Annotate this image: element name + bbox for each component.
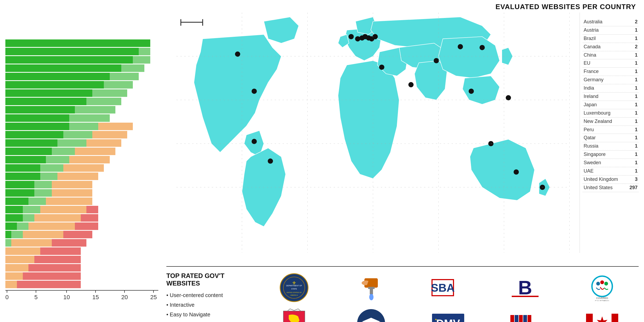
bar-segment xyxy=(5,98,86,105)
bar-row xyxy=(5,264,158,272)
country-count: 1 xyxy=(635,134,638,142)
bar-segment xyxy=(23,231,63,238)
svg-point-57 xyxy=(604,282,608,286)
bar-segment xyxy=(11,231,23,238)
bar-segment xyxy=(46,156,69,163)
tick-line xyxy=(95,291,96,293)
bar-row xyxy=(5,48,158,55)
svg-rect-81 xyxy=(519,315,523,322)
svg-point-6 xyxy=(355,36,360,42)
bar-row xyxy=(5,123,158,130)
bottom-section: TOP RATED GOV'T WEBSITES User-centered c… xyxy=(166,267,639,322)
tick-label: 25 xyxy=(150,294,157,301)
tick-label: 5 xyxy=(34,294,38,301)
bar-segment xyxy=(5,148,52,155)
country-count: 1 xyxy=(635,101,638,109)
country-item: Russia1 xyxy=(583,142,639,151)
bar-row xyxy=(5,214,158,222)
country-name: Sweden xyxy=(584,159,601,167)
country-name: Austria xyxy=(584,27,599,34)
svg-point-20 xyxy=(514,169,519,175)
tick-line xyxy=(124,291,125,293)
bar-segment xyxy=(5,206,23,213)
country-count: 1 xyxy=(635,109,638,117)
svg-text:B: B xyxy=(518,277,532,298)
bar-segment xyxy=(5,281,17,288)
country-item: Australia2 xyxy=(583,18,639,26)
country-item: India1 xyxy=(583,84,639,93)
svg-point-12 xyxy=(379,65,385,70)
country-item: UAE1 xyxy=(583,167,639,175)
tick-line xyxy=(66,291,67,293)
x-axis: 0510152025 xyxy=(5,290,158,301)
bar-row xyxy=(5,206,158,213)
svg-point-1 xyxy=(235,52,240,57)
country-item: Ireland1 xyxy=(583,93,639,101)
bar-segment xyxy=(28,264,80,272)
svg-text:CALIFORNIA: CALIFORNIA xyxy=(595,300,609,301)
svg-point-35 xyxy=(280,274,308,302)
country-item: France1 xyxy=(583,68,639,76)
bar-segment xyxy=(46,197,92,205)
bar-row xyxy=(5,164,158,172)
logo-business-usa: B xyxy=(508,273,543,302)
tick-label: 0 xyxy=(5,294,9,301)
bar-segment xyxy=(5,181,34,188)
country-name: EU xyxy=(584,60,590,67)
svg-text:DMV: DMV xyxy=(436,317,460,322)
bar-segment xyxy=(5,239,11,247)
svg-point-56 xyxy=(600,280,604,284)
bar-segment xyxy=(75,148,115,155)
bar-segment xyxy=(40,206,87,213)
svg-point-45 xyxy=(369,294,374,300)
top-rated-item: Attractiveness xyxy=(166,319,252,322)
bar-segment xyxy=(57,139,86,147)
country-count: 1 xyxy=(635,60,638,67)
bar-row xyxy=(5,156,158,163)
bar-segment xyxy=(63,131,92,138)
bar-segment xyxy=(23,272,81,280)
bar-segment xyxy=(40,173,58,180)
country-name: Singapore xyxy=(584,151,606,158)
svg-point-3 xyxy=(252,139,257,144)
bar-row xyxy=(5,222,158,230)
bar-segment xyxy=(5,189,34,197)
country-item: Luxembourg1 xyxy=(583,109,639,118)
country-name: Australia xyxy=(584,18,602,26)
right-panel: EVALUATED WEBSITES PER COUNTRY xyxy=(161,0,644,322)
country-item: Japan1 xyxy=(583,101,639,109)
logo-sba: SBA xyxy=(431,273,466,302)
svg-point-4 xyxy=(268,159,273,164)
svg-rect-46 xyxy=(368,287,375,289)
country-item: Brazil1 xyxy=(583,35,639,43)
logo-usa-gov: USA .GOV xyxy=(508,308,543,322)
bar-row xyxy=(5,239,158,247)
logos-panel: DEPARTMENT OF STATE UNITED STATES OF AME… xyxy=(258,272,639,322)
bar-segment xyxy=(5,222,17,230)
bar-row xyxy=(5,272,158,280)
bar-segment xyxy=(5,114,69,122)
country-item: United Kingdom3 xyxy=(583,175,639,184)
bar-segment xyxy=(5,131,63,138)
bar-segment xyxy=(5,214,23,222)
bar-segment xyxy=(92,89,127,97)
bar-segment xyxy=(23,214,34,222)
bar-segment xyxy=(69,156,110,163)
bar-row xyxy=(5,73,158,80)
bar-row xyxy=(5,39,158,47)
bar-segment xyxy=(5,123,69,130)
logo-state-dept: DEPARTMENT OF STATE UNITED STATES OF AME… xyxy=(277,273,312,302)
bar-segment xyxy=(5,264,28,272)
svg-text:STATE: STATE xyxy=(291,288,297,290)
svg-point-16 xyxy=(469,89,474,94)
bar-segment xyxy=(133,56,150,64)
bar-segment xyxy=(86,98,121,105)
tick-label: 15 xyxy=(92,294,99,301)
logo-luxembourg: LUXEMBOURG xyxy=(277,308,312,322)
country-name: Russia xyxy=(584,142,598,150)
bar-row xyxy=(5,189,158,197)
bar-segment xyxy=(5,39,150,47)
svg-rect-83 xyxy=(528,315,531,322)
bar-segment xyxy=(5,272,23,280)
x-axis-tick: 25 xyxy=(150,291,157,301)
